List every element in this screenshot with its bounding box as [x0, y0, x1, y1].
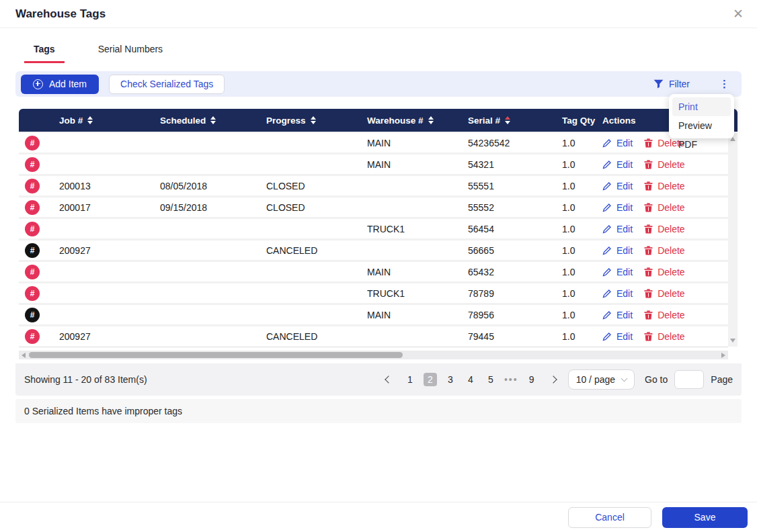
edit-button[interactable]: Edit [602, 181, 633, 191]
scroll-right-icon[interactable] [721, 353, 725, 358]
edit-button[interactable]: Edit [602, 202, 633, 213]
tab-serial-numbers[interactable]: Serial Numbers [89, 44, 172, 63]
toolbar: Add Item Check Serialized Tags Filter ⋮ [15, 71, 742, 97]
pen-icon [602, 181, 612, 191]
cell-warehouse: TRUCK1 [359, 224, 460, 234]
edit-button[interactable]: Edit [602, 245, 633, 256]
tab-tags[interactable]: Tags [24, 44, 65, 63]
tag-status-badge[interactable]: # [25, 200, 40, 215]
next-page-icon[interactable] [549, 375, 557, 383]
page-number[interactable]: 4 [464, 373, 477, 386]
scroll-down-icon[interactable] [730, 339, 735, 343]
cell-serial: 65432 [460, 267, 562, 277]
menu-item-print[interactable]: Print [672, 97, 731, 116]
table-row: # TRUCK1 78789 1.0 Edit Delete [19, 283, 728, 305]
trash-icon [644, 181, 653, 191]
modal-footer: Cancel Save [0, 502, 757, 532]
table-row: # MAIN 54321 1.0 Edit Delete [19, 154, 728, 176]
scroll-left-icon[interactable] [22, 353, 26, 358]
sort-icon [428, 116, 434, 124]
delete-button[interactable]: Delete [644, 245, 684, 256]
tag-status-badge[interactable]: # [25, 286, 40, 301]
cell-warehouse: MAIN [359, 267, 460, 277]
more-options-icon[interactable]: ⋮ [719, 78, 729, 90]
table-row: # MAIN 54236542 1.0 Edit Delete [19, 133, 728, 154]
page-size-select[interactable]: 10 / page [568, 369, 635, 390]
page-number[interactable]: 5 [484, 373, 497, 386]
tag-status-badge[interactable]: # [25, 136, 40, 150]
edit-button[interactable]: Edit [602, 267, 633, 277]
header-progress[interactable]: Progress [258, 116, 359, 126]
tag-status-badge[interactable]: # [25, 308, 40, 322]
page-ellipsis-icon[interactable]: ••• [504, 373, 518, 386]
edit-button[interactable]: Edit [602, 288, 633, 299]
tag-status-badge[interactable]: # [25, 243, 40, 258]
page-label: Page [711, 374, 733, 385]
vertical-scrollbar[interactable] [728, 133, 738, 347]
menu-item-preview-pdf[interactable]: Preview PDF [672, 116, 731, 135]
cell-tag-qty: 1.0 [562, 138, 602, 148]
filter-funnel-icon [653, 79, 664, 89]
table-row: # MAIN 78956 1.0 Edit Delete [19, 305, 728, 326]
cell-serial: 78789 [460, 288, 562, 299]
horizontal-scrollbar[interactable] [19, 351, 728, 359]
prev-page-icon[interactable] [385, 375, 392, 383]
delete-button[interactable]: Delete [644, 267, 684, 277]
check-serialized-tags-button[interactable]: Check Serialized Tags [109, 75, 225, 94]
header-job[interactable]: Job # [51, 116, 152, 126]
delete-button[interactable]: Delete [644, 181, 684, 191]
close-icon[interactable]: ✕ [733, 7, 744, 20]
page-number-active[interactable]: 2 [424, 373, 437, 386]
page-number[interactable]: 9 [525, 373, 539, 386]
tag-status-badge[interactable]: # [25, 222, 40, 236]
cell-serial: 56665 [460, 245, 562, 256]
cell-warehouse: MAIN [359, 159, 460, 170]
pagination-bar: Showing 11 - 20 of 83 Item(s) 1 2 3 4 5 … [15, 363, 742, 396]
table-header-row: Job # Scheduled Progress Warehouse # Ser… [19, 109, 738, 132]
cell-serial: 54321 [460, 159, 562, 170]
edit-button[interactable]: Edit [602, 159, 633, 170]
cell-job: 200017 [51, 202, 152, 213]
tag-status-badge[interactable]: # [25, 157, 40, 172]
edit-button[interactable]: Edit [602, 310, 633, 320]
table-row: # 200927 CANCELED 56665 1.0 Edit Delete [19, 240, 728, 262]
filter-button[interactable]: Filter [653, 79, 690, 89]
add-item-button[interactable]: Add Item [21, 75, 99, 94]
delete-button[interactable]: Delete [644, 310, 684, 320]
trash-icon [644, 289, 653, 298]
cell-tag-qty: 1.0 [562, 224, 602, 234]
pen-icon [602, 289, 612, 298]
cancel-button[interactable]: Cancel [568, 507, 651, 528]
page-number[interactable]: 3 [444, 373, 457, 386]
header-scheduled[interactable]: Scheduled [152, 116, 258, 126]
trash-icon [644, 138, 653, 148]
cell-warehouse: TRUCK1 [359, 288, 460, 299]
cell-tag-qty: 1.0 [562, 267, 602, 277]
header-warehouse[interactable]: Warehouse # [359, 116, 460, 126]
delete-button[interactable]: Delete [644, 224, 684, 234]
delete-button[interactable]: Delete [644, 159, 684, 170]
pen-icon [602, 138, 612, 148]
delete-button[interactable]: Delete [644, 202, 684, 213]
goto-page-input[interactable] [674, 370, 704, 389]
header-tag-qty[interactable]: Tag Qty [562, 116, 602, 126]
edit-button[interactable]: Edit [602, 224, 633, 234]
horizontal-scrollbar-thumb[interactable] [29, 352, 403, 358]
delete-button[interactable]: Delete [644, 331, 684, 342]
edit-button[interactable]: Edit [602, 138, 633, 148]
tag-status-badge[interactable]: # [25, 265, 40, 279]
page-number[interactable]: 1 [403, 373, 417, 386]
header-serial[interactable]: Serial # [460, 116, 562, 126]
cell-scheduled: 08/05/2018 [152, 181, 258, 191]
table-row: # TRUCK1 56454 1.0 Edit Delete [19, 219, 728, 240]
table-row: # MAIN 65432 1.0 Edit Delete [19, 262, 728, 283]
save-button[interactable]: Save [662, 507, 748, 528]
tag-status-badge[interactable]: # [25, 179, 40, 193]
tag-status-badge[interactable]: # [25, 329, 40, 344]
delete-button[interactable]: Delete [644, 288, 684, 299]
table-body: # MAIN 54236542 1.0 Edit Delete # MAIN 5… [19, 132, 728, 348]
cell-progress: CLOSED [258, 202, 359, 213]
cell-tag-qty: 1.0 [562, 202, 602, 213]
edit-button[interactable]: Edit [602, 331, 633, 342]
sort-icon [311, 116, 316, 124]
